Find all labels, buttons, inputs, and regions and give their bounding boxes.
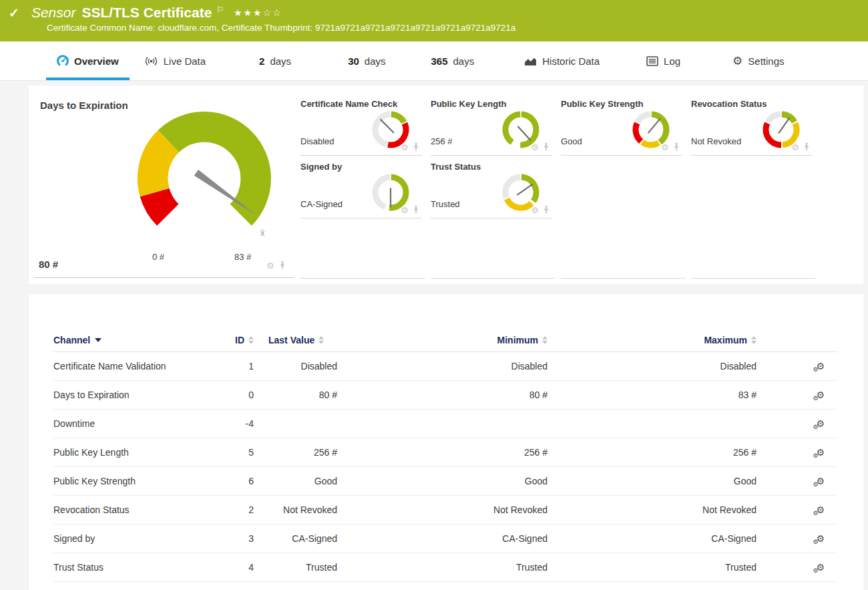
gear-icon[interactable]: ⚙: [791, 143, 799, 152]
tab-365-days[interactable]: 365 days: [431, 41, 475, 80]
channel-minimum: 80 #: [337, 390, 548, 400]
channel-name[interactable]: Public Key Strength: [53, 476, 214, 486]
gear-icon[interactable]: ⚙: [401, 206, 409, 214]
divider: [691, 278, 815, 279]
mean-marker: x̄: [260, 228, 265, 238]
tab-historic-data[interactable]: Historic Data: [524, 41, 600, 80]
channel-last-value: Disabled: [254, 361, 337, 372]
channel-settings-icon[interactable]: ⚙⚙: [816, 419, 825, 428]
gauge-tile[interactable]: Signed by CA-Signed ⚙: [300, 156, 425, 218]
gear-icon[interactable]: ⚙: [266, 261, 274, 270]
days-to-expiration-gauge: [130, 104, 278, 253]
gauge-tile[interactable]: Certificate Name Check Disabled ⚙: [300, 94, 425, 156]
gauge-title: Revocation Status: [691, 99, 767, 109]
column-header-id[interactable]: ID: [214, 335, 254, 345]
column-header-minimum[interactable]: Minimum: [337, 335, 548, 345]
channel-minimum: Not Revoked: [337, 504, 548, 515]
channel-settings-icon[interactable]: ⚙⚙: [816, 505, 825, 514]
divider: [431, 278, 555, 279]
channel-last-value: Good: [254, 476, 337, 486]
sort-desc-icon: [95, 338, 101, 342]
channel-settings-icon[interactable]: ⚙⚙: [816, 448, 825, 457]
gauge-title: Certificate Name Check: [300, 99, 397, 109]
channel-maximum: Good: [548, 476, 756, 486]
channel-name[interactable]: Public Key Length: [53, 447, 214, 458]
channel-minimum: 256 #: [337, 447, 548, 458]
page-title: SSL/TLS Certificate: [81, 5, 212, 21]
pin-icon[interactable]: [543, 206, 550, 214]
gear-icon[interactable]: ⚙: [401, 143, 409, 152]
channel-minimum: Good: [337, 476, 548, 486]
log-list-icon: [646, 56, 658, 66]
table-row[interactable]: Signed by 3 CA-Signed CA-Signed CA-Signe…: [53, 525, 837, 553]
column-header-channel[interactable]: Channel: [53, 335, 214, 345]
table-row[interactable]: Downtime -4 ⚙⚙: [53, 410, 837, 438]
gauge-value: 256 #: [431, 136, 453, 146]
channel-last-value: CA-Signed: [254, 533, 337, 544]
channel-id: 0: [214, 390, 254, 400]
channel-name[interactable]: Trust Status: [53, 562, 214, 573]
gauge-title: Trust Status: [431, 162, 481, 172]
channel-name[interactable]: Certificate Name Validation: [53, 361, 214, 372]
column-header-last-value[interactable]: Last Value: [254, 335, 337, 345]
channel-id: 3: [214, 533, 254, 544]
channels-panel: Channel ID Last Value Minimum Maximum C: [29, 294, 863, 590]
gauge-value: 80 #: [39, 259, 58, 270]
priority-stars[interactable]: ★★★☆☆: [234, 7, 282, 18]
table-row[interactable]: Trust Status 4 Trusted Trusted Trusted ⚙…: [53, 553, 837, 582]
gauge-tile[interactable]: Public Key Length 256 # ⚙: [431, 94, 555, 156]
tab-2-days[interactable]: 2 days: [259, 41, 291, 80]
channel-last-value: Trusted: [254, 562, 337, 573]
days-to-expiration-tile[interactable]: Days to Expiration x̄ 0 # 83 # 80 # ⚙: [29, 86, 297, 284]
gear-icon[interactable]: ⚙: [531, 206, 539, 214]
gear-icon[interactable]: ⚙: [531, 143, 539, 152]
table-row[interactable]: Public Key Strength 6 Good Good Good ⚙⚙: [53, 467, 837, 496]
channel-settings-icon[interactable]: ⚙⚙: [816, 476, 825, 486]
pin-icon[interactable]: [413, 143, 419, 152]
pin-icon[interactable]: [673, 143, 680, 152]
channel-minimum: Trusted: [337, 562, 548, 573]
flag-icon[interactable]: ⚐: [216, 5, 224, 15]
channel-id: 4: [214, 562, 254, 573]
table-row[interactable]: Days to Expiration 0 80 # 80 # 83 # ⚙⚙: [53, 381, 837, 410]
column-header-maximum[interactable]: Maximum: [548, 335, 756, 345]
tab-overview[interactable]: Overview: [57, 41, 119, 80]
gauge-value: Disabled: [300, 136, 335, 146]
sort-icon: [751, 336, 756, 344]
channel-name[interactable]: Revocation Status: [53, 504, 214, 515]
tab-30-days[interactable]: 30 days: [348, 41, 385, 80]
channel-last-value: 256 #: [254, 447, 337, 458]
table-row[interactable]: Certificate Name Validation 1 Disabled D…: [53, 352, 837, 381]
gauge-tile[interactable]: Revocation Status Not Revoked ⚙: [691, 94, 815, 156]
gear-icon[interactable]: ⚙: [661, 143, 669, 152]
gauge-title: Public Key Length: [431, 99, 506, 109]
channel-name[interactable]: Downtime: [53, 418, 214, 429]
channel-settings-icon[interactable]: ⚙⚙: [816, 563, 825, 572]
pin-icon[interactable]: [803, 143, 810, 152]
divider: [34, 277, 294, 278]
table-row[interactable]: Revocation Status 2 Not Revoked Not Revo…: [53, 496, 837, 525]
gauges-panel: Days to Expiration x̄ 0 # 83 # 80 # ⚙ Ce…: [29, 86, 863, 284]
channel-name[interactable]: Days to Expiration: [53, 390, 214, 400]
tab-live-data[interactable]: Live Data: [144, 41, 206, 80]
channel-maximum: 83 #: [548, 390, 756, 400]
gauge-icon: [57, 55, 69, 67]
gauge-value: CA-Signed: [300, 199, 343, 209]
tab-log[interactable]: Log: [646, 41, 680, 80]
sensor-subtitle: Certificate Common Name: cloudflare.com,…: [0, 23, 868, 33]
gauge-tile[interactable]: Trust Status Trusted ⚙: [431, 156, 555, 218]
channel-settings-icon[interactable]: ⚙⚙: [816, 534, 825, 543]
channel-name[interactable]: Signed by: [53, 533, 214, 544]
channel-settings-icon[interactable]: ⚙⚙: [816, 390, 825, 400]
pin-icon[interactable]: [413, 206, 419, 214]
area-chart-icon: [524, 56, 537, 66]
pin-icon[interactable]: [279, 261, 286, 270]
gauge-tile[interactable]: Public Key Strength Good ⚙: [561, 94, 685, 156]
sensor-type-label: Sensor: [31, 5, 76, 21]
tab-settings[interactable]: ⚙ Settings: [732, 41, 784, 80]
channel-settings-icon[interactable]: ⚙⚙: [816, 361, 825, 371]
divider: [561, 278, 685, 279]
table-row[interactable]: Public Key Length 5 256 # 256 # 256 # ⚙⚙: [53, 438, 837, 467]
status-ok-icon: ✓: [9, 5, 19, 21]
pin-icon[interactable]: [543, 143, 550, 152]
